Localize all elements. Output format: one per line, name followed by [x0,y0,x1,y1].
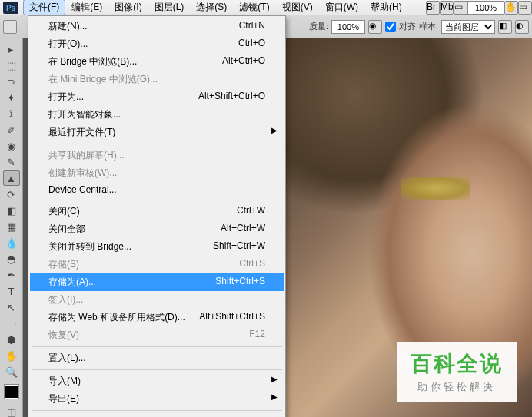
screen-icon[interactable]: ▭ [518,1,532,15]
menu-item-label: 关闭全部 [48,223,85,236]
menu-item-label: 新建(N)... [48,20,88,33]
zoom-input[interactable] [467,1,504,15]
menu-item[interactable]: 导入(M)▶ [30,372,284,390]
menu-item[interactable]: 自动(U)▶ [30,413,284,417]
menu-item-label: 签入(I)... [48,293,83,306]
menu-item-label: 置入(L)... [48,352,86,365]
menu-item-label: Device Central... [48,184,117,195]
tool-history[interactable]: ⟳ [3,187,20,202]
menu-item[interactable]: 存储为 Web 和设备所用格式(D)...Alt+Shift+Ctrl+S [30,309,284,326]
menu-item-label: 打开(O)... [48,38,88,51]
menu-item[interactable]: 在 Bridge 中浏览(B)...Alt+Ctrl+O [30,53,284,71]
menu-item-label: 导入(M) [48,375,81,388]
menu-item[interactable]: 最近打开文件(T)▶ [30,124,284,141]
menu-item-label: 关闭(C) [48,205,80,218]
menu-item[interactable]: 导出(E)▶ [30,390,284,408]
tool-path[interactable]: ↖ [3,300,20,315]
menu-item-label: 在 Bridge 中浏览(B)... [48,55,137,68]
align-label: 对齐 [399,21,416,32]
menu-layer[interactable]: 图层(L) [148,0,191,15]
tool-wand[interactable]: ✦ [3,90,20,105]
menu-item-label: 打开为智能对象... [48,108,121,121]
tool-heal[interactable]: ◉ [3,138,20,154]
menu-separator [32,200,282,200]
menu-help[interactable]: 帮助(H) [364,0,408,15]
toolbar-icon[interactable]: Mb [440,1,454,15]
submenu-arrow-icon: ▶ [271,375,278,383]
menu-window[interactable]: 窗口(W) [319,0,364,15]
menu-item-shortcut: Ctrl+N [239,20,265,33]
opt-icon[interactable]: ◐ [515,20,529,34]
submenu-arrow-icon: ▶ [271,126,278,134]
tool-dodge[interactable]: ◓ [3,251,20,266]
tool-zoom[interactable]: 🔍 [3,364,20,379]
menu-item-label: 在 Mini Bridge 中浏览(G)... [48,73,158,86]
menu-select[interactable]: 选择(S) [190,0,233,15]
menu-item-shortcut: Ctrl+W [237,205,265,218]
tool-shape[interactable]: ▭ [3,316,20,331]
tool-preset-icon[interactable] [3,20,17,34]
tool-3d[interactable]: ⬢ [3,332,20,347]
menu-item-label: 导出(E) [48,392,79,405]
menu-item[interactable]: 存储为(A)...Shift+Ctrl+S [30,273,284,291]
menu-item: 存储(S)Ctrl+S [30,256,284,273]
menu-item: 签入(I)... [30,291,284,309]
tool-lasso[interactable]: ⊃ [3,74,20,89]
menu-item-shortcut: Ctrl+S [239,258,265,271]
align-icon[interactable]: ◉ [368,20,382,34]
menu-filter[interactable]: 滤镜(T) [233,0,275,15]
tool-pen[interactable]: ✒ [3,267,20,283]
menu-item[interactable]: 打开为...Alt+Shift+Ctrl+O [30,88,284,106]
sample-label: 样本: [419,21,438,32]
sample-select[interactable]: 当前图层 [441,20,495,34]
tool-eraser[interactable]: ◧ [3,203,20,218]
tool-marquee[interactable]: ⬚ [3,58,20,73]
menu-separator [32,410,282,411]
tool-crop[interactable]: ⟟ [3,106,20,121]
menu-item-label: 打开为... [48,91,84,104]
menu-item-shortcut: Alt+Ctrl+O [222,55,265,68]
watermark-subtitle: 助你轻松解决 [411,380,503,394]
tool-hand[interactable]: ✋ [3,348,20,363]
menu-item[interactable]: 置入(L)... [30,349,284,367]
quick-mask[interactable]: ◫ [3,404,20,417]
menu-item[interactable]: Device Central... [30,182,284,197]
menu-file[interactable]: 文件(F) [23,0,65,15]
menu-item[interactable]: 新建(N)...Ctrl+N [30,18,284,35]
menu-item: 共享我的屏幕(H)... [30,147,284,164]
menu-view[interactable]: 视图(V) [276,0,319,15]
menu-item-label: 存储为(A)... [48,276,96,289]
menu-image[interactable]: 图像(I) [108,0,148,15]
tool-gradient[interactable]: ▦ [3,219,20,234]
quality-input[interactable] [331,20,365,34]
align-check[interactable] [385,22,396,32]
menu-item: 恢复(V)F12 [30,326,284,344]
file-menu-dropdown: 新建(N)...Ctrl+N打开(O)...Ctrl+O在 Bridge 中浏览… [28,15,286,417]
submenu-arrow-icon: ▶ [271,392,278,401]
menu-item[interactable]: 打开为智能对象... [30,106,284,124]
tool-blur[interactable]: 💧 [3,235,20,250]
quality-label: 质量: [309,21,328,32]
left-toolbar: ▸ ⬚ ⊃ ✦ ⟟ ✐ ◉ ✎ ▲ ⟳ ◧ ▦ 💧 ◓ ✒ T ↖ ▭ ⬢ ✋ … [0,38,23,417]
hand-icon[interactable]: ✋ [504,1,518,15]
app-logo: Ps [3,2,18,14]
menu-item-label: 存储(S) [48,258,79,271]
menu-item-shortcut: Ctrl+O [238,38,265,51]
toolbar-icon[interactable]: ▭ [454,1,467,15]
toolbar-icon[interactable]: Br [426,1,440,15]
tool-type[interactable]: T [3,283,20,299]
opt-icon[interactable]: ◧ [498,20,512,34]
menu-edit[interactable]: 编辑(E) [65,0,108,15]
tool-move[interactable]: ▸ [3,41,20,57]
menu-item: 在 Mini Bridge 中浏览(G)... [30,71,284,88]
foreground-color[interactable] [5,385,18,399]
menu-item[interactable]: 关闭全部Alt+Ctrl+W [30,220,284,238]
menu-item-shortcut: Shift+Ctrl+S [215,276,265,289]
menu-item-shortcut: Shift+Ctrl+W [213,240,265,253]
menu-item[interactable]: 关闭(C)Ctrl+W [30,203,284,220]
menu-item[interactable]: 关闭并转到 Bridge...Shift+Ctrl+W [30,238,284,256]
tool-brush[interactable]: ✎ [3,154,20,170]
menu-item[interactable]: 打开(O)...Ctrl+O [30,35,284,53]
tool-eyedropper[interactable]: ✐ [3,122,20,137]
tool-stamp[interactable]: ▲ [3,170,20,186]
